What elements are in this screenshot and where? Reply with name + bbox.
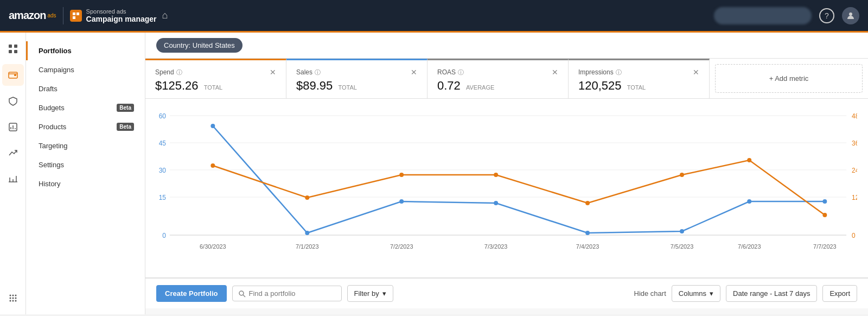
apps-icon	[8, 293, 18, 303]
nav-box-icon	[72, 12, 80, 20]
metric-impressions-label: Impressions ⓘ	[578, 68, 622, 77]
trending-icon	[8, 148, 18, 158]
nav-icon-report[interactable]	[2, 116, 24, 138]
add-metric-button[interactable]: + Add metric	[715, 64, 863, 93]
orange-dot-7	[822, 213, 827, 217]
metric-card-roas: ROAS ⓘ ✕ 0.72 AVERAGE	[427, 59, 569, 98]
home-icon[interactable]: ⌂	[162, 10, 168, 21]
sidebar-item-budgets[interactable]: Budgets Beta	[26, 98, 145, 117]
main-wrapper: Portfolios Campaigns Drafts Budgets Beta…	[0, 33, 868, 314]
metric-spend-label: Spend ⓘ	[155, 68, 182, 77]
svg-point-22	[12, 298, 14, 299]
svg-rect-2	[73, 16, 75, 19]
svg-point-26	[15, 300, 16, 302]
orange-dot-3	[494, 173, 498, 177]
orange-dot-4	[585, 201, 590, 205]
columns-chevron-icon: ▾	[710, 289, 713, 298]
metric-sales-header: Sales ⓘ ✕	[296, 68, 417, 77]
svg-line-28	[243, 295, 245, 297]
sales-close-icon[interactable]: ✕	[411, 68, 417, 77]
date-7: 7/7/2023	[813, 243, 837, 250]
y-left-45: 45	[159, 140, 167, 147]
date-4: 7/4/2023	[576, 243, 599, 250]
metric-impressions-header: Impressions ⓘ ✕	[578, 68, 699, 77]
search-box[interactable]	[232, 286, 342, 301]
y-right-12: 12	[852, 194, 857, 201]
export-button[interactable]: Export	[822, 285, 857, 302]
spend-info-icon[interactable]: ⓘ	[176, 68, 182, 77]
blue-dot-2	[399, 199, 404, 204]
y-right-0: 0	[852, 232, 856, 239]
y-left-30: 30	[159, 167, 167, 174]
orange-chart-line	[213, 160, 825, 215]
roas-close-icon[interactable]: ✕	[552, 68, 558, 77]
metric-sales-value: $89.95 TOTAL	[296, 79, 417, 93]
columns-button[interactable]: Columns ▾	[672, 285, 720, 302]
blue-dot-0	[210, 124, 215, 128]
toolbar-right: Hide chart Columns ▾ Date range - Last 7…	[634, 285, 857, 302]
country-button[interactable]: Country: United States	[156, 38, 242, 53]
nav-icon-grid[interactable]	[2, 38, 24, 60]
blue-dot-1	[305, 231, 309, 235]
nav-icon-shield[interactable]	[2, 90, 24, 112]
sales-info-icon[interactable]: ⓘ	[315, 68, 321, 77]
svg-point-18	[9, 295, 11, 296]
filter-by-button[interactable]: Filter by ▾	[347, 285, 393, 302]
spend-close-icon[interactable]: ✕	[270, 68, 276, 77]
sidebar-item-campaigns[interactable]: Campaigns	[26, 60, 145, 79]
nav-icon-trending[interactable]	[2, 142, 24, 164]
barchart-icon	[8, 174, 18, 184]
orange-dot-2	[399, 173, 404, 177]
svg-rect-4	[9, 45, 12, 48]
user-avatar[interactable]	[842, 7, 859, 24]
metric-roas-label: ROAS ⓘ	[437, 68, 464, 77]
sidebar-item-settings[interactable]: Settings	[26, 155, 145, 174]
metric-impressions-value: 120,525 TOTAL	[578, 79, 699, 93]
help-icon[interactable]: ?	[819, 8, 834, 23]
nav-icon-apps[interactable]	[2, 287, 24, 309]
campaign-info: Sponsored ads Campaign manager	[86, 8, 157, 23]
impressions-info-icon[interactable]: ⓘ	[616, 68, 622, 77]
svg-point-3	[849, 12, 852, 16]
svg-rect-1	[76, 12, 79, 15]
nav-icon-barchart[interactable]	[2, 168, 24, 190]
sidebar-item-portfolios[interactable]: Portfolios	[26, 41, 145, 60]
icon-navigation	[0, 33, 26, 314]
nav-divider	[63, 7, 63, 24]
create-portfolio-button[interactable]: Create Portfolio	[156, 285, 227, 302]
country-bar: Country: United States	[145, 33, 868, 59]
blue-dot-6	[747, 199, 751, 204]
orange-dot-1	[305, 195, 309, 200]
metric-card-impressions: Impressions ⓘ ✕ 120,525 TOTAL	[569, 59, 710, 98]
sidebar-item-drafts[interactable]: Drafts	[26, 79, 145, 98]
campaign-line2: Campaign manager	[86, 15, 157, 23]
orange-dot-0	[210, 163, 215, 168]
roas-info-icon[interactable]: ⓘ	[458, 68, 464, 77]
y-right-48: 48	[852, 112, 857, 120]
svg-point-25	[12, 300, 14, 302]
nav-icon-wallet[interactable]	[2, 64, 24, 86]
svg-point-20	[15, 295, 16, 296]
sidebar-item-products[interactable]: Products Beta	[26, 117, 145, 136]
date-range-button[interactable]: Date range - Last 7 days	[726, 285, 817, 302]
impressions-close-icon[interactable]: ✕	[693, 68, 699, 77]
search-input[interactable]	[249, 289, 336, 298]
svg-rect-0	[73, 12, 75, 15]
svg-point-23	[15, 298, 16, 299]
sidebar-item-history[interactable]: History	[26, 174, 145, 193]
svg-point-21	[9, 298, 11, 299]
avatar-icon	[846, 11, 855, 20]
blue-chart-line	[213, 126, 825, 233]
logo-text: amazon	[9, 9, 46, 22]
chart-container: 60 45 30 15 0 48 36 24 12 0 6/30/2023	[145, 99, 868, 278]
metric-roas-header: ROAS ⓘ ✕	[437, 68, 558, 77]
top-navigation: amazon ads Sponsored ads Campaign manage…	[0, 0, 868, 33]
metric-card-sales: Sales ⓘ ✕ $89.95 TOTAL	[286, 59, 427, 98]
sidebar-item-targeting[interactable]: Targeting	[26, 136, 145, 155]
hide-chart-button[interactable]: Hide chart	[634, 289, 666, 298]
metric-card-spend: Spend ⓘ ✕ $125.26 TOTAL	[145, 59, 286, 98]
budgets-beta-badge: Beta	[117, 104, 134, 112]
date-2: 7/2/2023	[390, 243, 413, 250]
svg-rect-9	[14, 74, 16, 76]
logo-ads: ads	[47, 12, 56, 18]
